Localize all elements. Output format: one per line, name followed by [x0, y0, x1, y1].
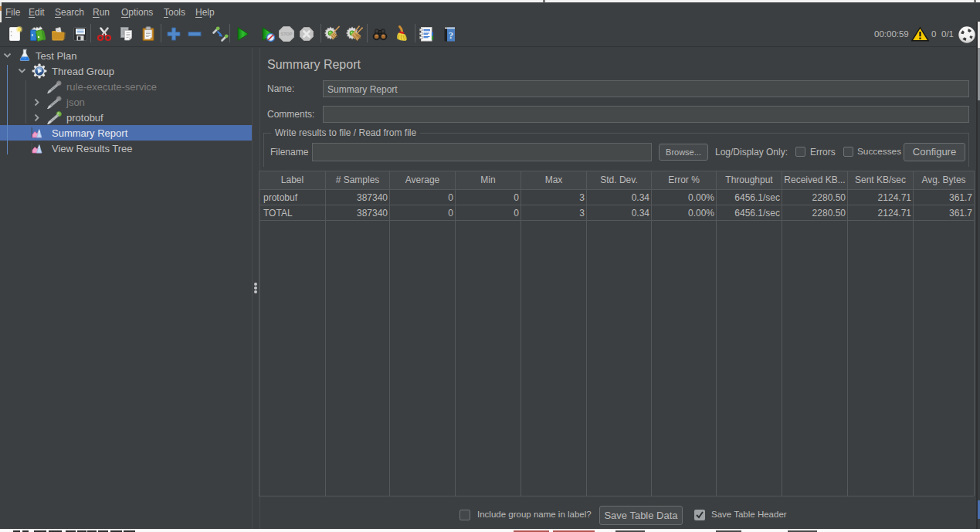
- svg-text:?: ?: [449, 29, 454, 41]
- svg-text:STOP: STOP: [280, 32, 292, 36]
